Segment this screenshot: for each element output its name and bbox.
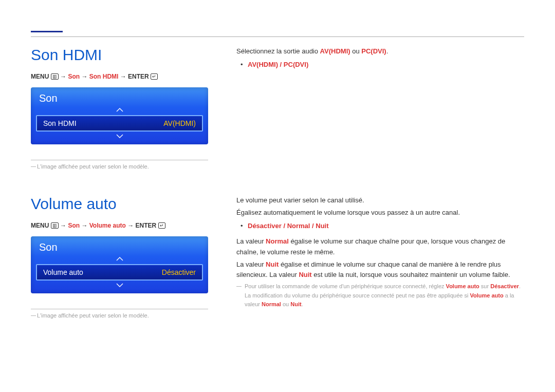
osd-selected-row[interactable]: Volume auto Désactiver [36, 264, 203, 281]
divider [31, 160, 208, 160]
osd-row-label: Son HDMI [43, 119, 77, 127]
breadcrumb-son: Son [68, 222, 80, 229]
description-line: La valeur Normal égalise le volume sur c… [236, 236, 524, 257]
description-area: Sélectionnez la sortie audio AV(HDMI) ou… [221, 46, 524, 170]
section-title: Volume auto [31, 195, 221, 213]
osd-title: Son [31, 87, 208, 106]
header-rule [31, 31, 524, 37]
breadcrumb-enter: ENTER [128, 73, 149, 80]
option-list: AV(HDMI) / PC(DVI) [236, 60, 524, 70]
breadcrumb-volume-auto: Volume auto [89, 222, 126, 229]
page: Son HDMI MENU ▥ → Son → Son HDMI → ENTER… [0, 0, 555, 365]
section-title: Son HDMI [31, 46, 221, 64]
enter-icon: ↵ [158, 222, 165, 229]
description-line: Égalisez automatiquement le volume lorsq… [236, 208, 524, 218]
breadcrumb-son: Son [68, 73, 80, 80]
enter-icon: ↵ [151, 73, 158, 80]
menu-icon: ▥ [51, 222, 59, 229]
osd-title: Son [31, 236, 208, 255]
osd-selected-row[interactable]: Son HDMI AV(HDMI) [36, 115, 203, 132]
breadcrumb: MENU ▥ → Son → Volume auto → ENTER ↵ [31, 222, 221, 229]
breadcrumb-enter: ENTER [136, 222, 157, 229]
breadcrumb-son-hdmi: Son HDMI [89, 73, 119, 80]
model-note: L'image affichée peut varier selon le mo… [31, 163, 221, 170]
description-line: Sélectionnez la sortie audio AV(HDMI) ou… [236, 46, 524, 57]
osd-row-value: Désactiver [162, 268, 196, 276]
osd-row-value: AV(HDMI) [163, 119, 196, 127]
osd-panel: Son Son HDMI AV(HDMI) [31, 87, 208, 144]
model-note: L'image affichée peut varier selon le mo… [31, 312, 221, 319]
description-area: Le volume peut varier selon le canal uti… [221, 195, 524, 319]
osd-panel: Son Volume auto Désactiver [31, 236, 208, 293]
breadcrumb-menu: MENU [31, 222, 49, 229]
footnote: Pour utiliser la commande de volume d'un… [236, 282, 524, 309]
chevron-up-icon[interactable] [36, 255, 203, 263]
description-line: Le volume peut varier selon le canal uti… [236, 195, 524, 206]
chevron-up-icon[interactable] [36, 106, 203, 114]
menu-icon: ▥ [51, 73, 59, 80]
section-volume-auto: Volume auto MENU ▥ → Son → Volume auto →… [31, 195, 524, 319]
section-son-hdmi: Son HDMI MENU ▥ → Son → Son HDMI → ENTER… [31, 46, 524, 170]
divider [31, 309, 208, 309]
breadcrumb-menu: MENU [31, 73, 49, 80]
chevron-down-icon[interactable] [36, 133, 203, 140]
breadcrumb: MENU ▥ → Son → Son HDMI → ENTER ↵ [31, 73, 221, 80]
option-list: Désactiver / Normal / Nuit [236, 221, 524, 231]
description-line: La valeur Nuit égalise et diminue le vol… [236, 259, 524, 280]
chevron-down-icon[interactable] [36, 282, 203, 289]
osd-row-label: Volume auto [43, 268, 83, 276]
